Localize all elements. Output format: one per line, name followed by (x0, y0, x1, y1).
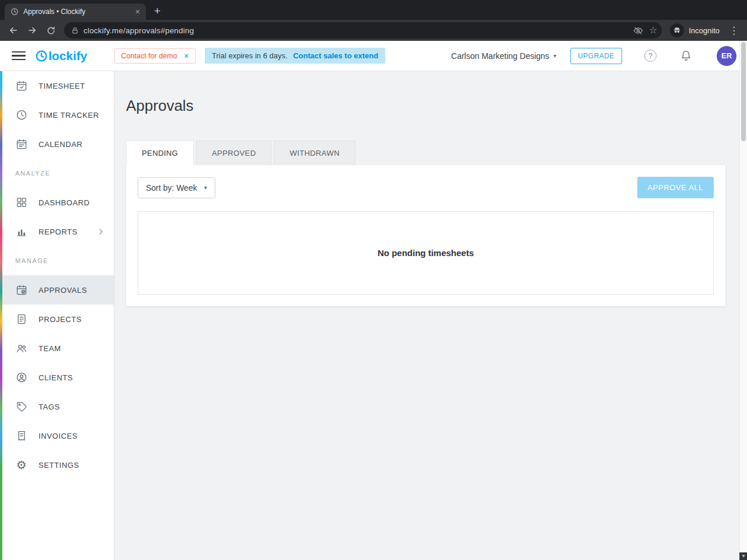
page-title: Approvals (126, 97, 725, 115)
bar-chart-icon (15, 225, 28, 238)
sidebar-item-dashboard[interactable]: DASHBOARD (0, 188, 114, 217)
browser-tabstrip: Approvals • Clockify × + (0, 0, 747, 20)
sidebar-item-calendar[interactable]: CALENDAR (0, 130, 114, 159)
sidebar-item-label: DASHBOARD (39, 198, 90, 207)
trial-text: Trial expires in 6 days. (212, 51, 288, 60)
sidebar-section-manage: MANAGE (0, 246, 114, 275)
sidebar-item-label: TAGS (39, 402, 60, 411)
pending-panel: Sort by: Week ▾ APPROVE ALL No pending t… (126, 165, 725, 306)
chevron-right-icon (97, 228, 104, 235)
contact-demo-label: Contact for demo (121, 52, 177, 60)
sidebar-item-label: CLIENTS (39, 373, 73, 382)
sidebar-item-label: TIME TRACKER (39, 111, 99, 120)
sort-by-dropdown[interactable]: Sort by: Week ▾ (138, 177, 215, 198)
approve-all-button[interactable]: APPROVE ALL (637, 177, 714, 198)
app-header: lockify Contact for demo × Trial expires… (0, 41, 747, 71)
sidebar-item-label: APPROVALS (39, 286, 87, 295)
trial-banner: Trial expires in 6 days. Contact sales t… (205, 48, 385, 64)
forward-icon[interactable] (23, 22, 41, 38)
sidebar-item-label: SETTINGS (39, 461, 79, 470)
document-icon (15, 313, 28, 326)
approvals-tabs: PENDING APPROVED WITHDRAWN (126, 141, 725, 165)
tab-approved[interactable]: APPROVED (196, 141, 271, 165)
url-text[interactable]: clockify.me/approvals#pending (83, 26, 629, 35)
logo-text: lockify (48, 49, 88, 63)
sidebar-item-tags[interactable]: TAGS (0, 392, 114, 421)
empty-state-box: No pending timesheets (138, 211, 714, 295)
sidebar-item-projects[interactable]: PROJECTS (0, 304, 114, 334)
eye-off-icon[interactable] (633, 26, 643, 36)
sidebar-item-label: CALENDAR (39, 140, 83, 149)
user-avatar[interactable]: ER (717, 46, 736, 66)
invoice-icon (15, 429, 28, 442)
back-icon[interactable] (5, 22, 22, 38)
tab-withdrawn[interactable]: WITHDRAWN (274, 141, 355, 165)
scrollbar-thumb[interactable] (741, 42, 746, 141)
tag-icon (15, 400, 28, 413)
scroll-down-arrow[interactable] (739, 552, 747, 560)
contact-demo-close-icon[interactable]: × (184, 52, 189, 60)
calendar-icon (15, 138, 28, 150)
address-bar[interactable]: clockify.me/approvals#pending ☆ (64, 22, 662, 38)
sidebar-item-settings[interactable]: ⚙ SETTINGS (0, 450, 114, 480)
page-scrollbar[interactable] (739, 41, 747, 560)
timesheet-icon (15, 79, 28, 92)
sidebar-item-label: REPORTS (39, 228, 78, 236)
incognito-label: Incognito (689, 26, 720, 35)
approvals-icon (15, 284, 28, 296)
notifications-bell-icon[interactable] (680, 50, 692, 62)
client-person-icon (15, 371, 28, 384)
dashboard-grid-icon (15, 196, 28, 209)
chevron-down-icon: ▾ (204, 184, 207, 191)
sidebar-item-label: INVOICES (39, 432, 78, 440)
sidebar-item-approvals[interactable]: APPROVALS (0, 275, 114, 304)
sidebar-item-time-tracker[interactable]: TIME TRACKER (0, 100, 114, 130)
tab-pending[interactable]: PENDING (126, 141, 194, 165)
sidebar: TIMESHEET TIME TRACKER CALENDAR ANALYZE (0, 71, 114, 560)
sidebar-item-label: TEAM (39, 344, 61, 353)
chevron-down-icon: ▾ (553, 52, 556, 59)
browser-menu-icon[interactable]: ⋮ (725, 24, 742, 37)
upgrade-button[interactable]: UPGRADE (570, 48, 622, 64)
bookmark-star-icon[interactable]: ☆ (649, 26, 657, 35)
contact-demo-button[interactable]: Contact for demo × (114, 48, 196, 64)
sidebar-item-label: PROJECTS (39, 315, 82, 324)
sidebar-rainbow-stripe (0, 71, 2, 560)
main-content: Approvals PENDING APPROVED WITHDRAWN Sor… (114, 71, 747, 560)
help-icon[interactable]: ? (644, 50, 657, 62)
refresh-icon[interactable] (42, 22, 60, 38)
browser-toolbar: clockify.me/approvals#pending ☆ Incognit… (0, 20, 747, 41)
gear-icon: ⚙ (15, 459, 28, 471)
sort-by-label: Sort by: Week (146, 183, 197, 192)
hamburger-menu-icon[interactable] (12, 50, 26, 62)
sidebar-item-timesheet[interactable]: TIMESHEET (0, 71, 114, 100)
sidebar-item-invoices[interactable]: INVOICES (0, 421, 114, 450)
clockify-logo[interactable]: lockify (35, 49, 88, 63)
sidebar-section-analyze: ANALYZE (0, 159, 114, 188)
trial-contact-sales-link[interactable]: Contact sales to extend (293, 51, 378, 60)
incognito-icon (670, 23, 684, 37)
favicon-clockify-icon (11, 8, 19, 16)
workspace-name: Carlson Marketing Designs (451, 51, 549, 61)
sidebar-item-team[interactable]: TEAM (0, 334, 114, 363)
clock-icon (15, 108, 28, 121)
workspace-selector[interactable]: Carlson Marketing Designs ▾ (451, 51, 556, 61)
lock-icon[interactable] (71, 27, 79, 34)
tab-close-icon[interactable]: × (134, 8, 141, 16)
tab-title: Approvals • Clockify (23, 8, 130, 16)
team-people-icon (15, 342, 28, 355)
browser-tab[interactable]: Approvals • Clockify × (5, 4, 146, 20)
sidebar-item-label: TIMESHEET (39, 82, 85, 90)
new-tab-button[interactable]: + (154, 5, 160, 16)
incognito-badge: Incognito (670, 23, 720, 37)
sidebar-item-reports[interactable]: REPORTS (0, 217, 114, 246)
sidebar-item-clients[interactable]: CLIENTS (0, 363, 114, 392)
empty-state-message: No pending timesheets (378, 248, 474, 258)
